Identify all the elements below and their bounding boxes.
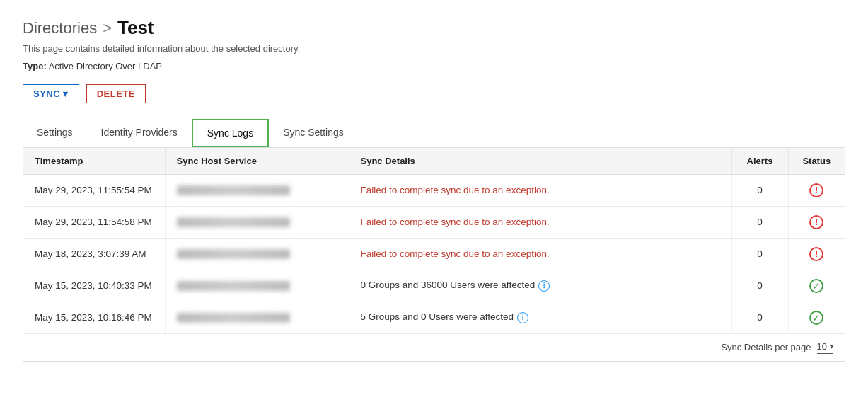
- tab-settings[interactable]: Settings: [23, 119, 87, 147]
- info-icon[interactable]: i: [538, 280, 550, 292]
- cell-timestamp: May 15, 2023, 10:16:46 PM: [23, 302, 165, 333]
- host-value-blurred: xxxxxxxxxxxxxxxxxxxxxxx: [177, 313, 290, 323]
- cell-detail: Failed to complete sync due to an except…: [349, 238, 731, 270]
- host-value-blurred: xxxxxxxxxxxxxxxxxxxxxxx: [177, 249, 290, 259]
- col-header-timestamp: Timestamp: [23, 148, 165, 175]
- cell-detail: Failed to complete sync due to an except…: [349, 174, 731, 206]
- cell-detail: 5 Groups and 0 Users were affectedi: [349, 302, 731, 333]
- table-row: May 29, 2023, 11:55:54 PMxxxxxxxxxxxxxxx…: [23, 174, 845, 206]
- cell-detail: Failed to complete sync due to an except…: [349, 206, 731, 238]
- cell-timestamp: May 18, 2023, 3:07:39 AM: [23, 238, 165, 270]
- table-row: May 15, 2023, 10:16:46 PMxxxxxxxxxxxxxxx…: [23, 302, 845, 333]
- cell-alerts: 0: [731, 174, 788, 206]
- cell-host: xxxxxxxxxxxxxxxxxxxxxxx: [165, 302, 349, 333]
- per-page-select[interactable]: 10 ▾: [817, 341, 833, 354]
- table-header-row: Timestamp Sync Host Service Sync Details…: [23, 148, 845, 175]
- tabs: Settings Identity Providers Sync Logs Sy…: [23, 119, 845, 147]
- page-type: Type: Active Directory Over LDAP: [23, 61, 845, 71]
- sync-label: SYNC: [33, 88, 60, 99]
- breadcrumb-separator: >: [103, 19, 112, 38]
- cell-alerts: 0: [731, 238, 788, 270]
- cell-status: !: [788, 238, 845, 270]
- table-footer: Sync Details per page 10 ▾: [23, 333, 845, 361]
- per-page-label: Sync Details per page: [721, 342, 811, 352]
- cell-alerts: 0: [731, 206, 788, 238]
- status-error-icon: !: [809, 247, 823, 261]
- status-error-icon: !: [809, 183, 823, 197]
- page-description: This page contains detailed information …: [23, 43, 845, 54]
- cell-status: !: [788, 174, 845, 206]
- cell-alerts: 0: [731, 270, 788, 302]
- col-header-alerts: Alerts: [731, 148, 788, 175]
- per-page-value: 10: [817, 341, 827, 352]
- cell-timestamp: May 29, 2023, 11:55:54 PM: [23, 174, 165, 206]
- detail-text: 5 Groups and 0 Users were affected: [361, 311, 514, 322]
- tab-sync-settings[interactable]: Sync Settings: [269, 119, 358, 147]
- cell-status: ✓: [788, 270, 845, 302]
- delete-button[interactable]: DELETE: [86, 84, 146, 103]
- chevron-down-icon: ▾: [830, 343, 833, 350]
- sync-logs-table: Timestamp Sync Host Service Sync Details…: [23, 147, 845, 362]
- table-row: May 15, 2023, 10:40:33 PMxxxxxxxxxxxxxxx…: [23, 270, 845, 302]
- breadcrumb-parent[interactable]: Directories: [23, 19, 97, 38]
- status-success-icon: ✓: [809, 311, 823, 325]
- col-header-host: Sync Host Service: [165, 148, 349, 175]
- col-header-status: Status: [788, 148, 845, 175]
- col-header-details: Sync Details: [349, 148, 731, 175]
- tab-sync-logs[interactable]: Sync Logs: [192, 119, 269, 147]
- status-error-icon: !: [809, 215, 823, 229]
- table-row: May 18, 2023, 3:07:39 AMxxxxxxxxxxxxxxxx…: [23, 238, 845, 270]
- status-success-icon: ✓: [809, 279, 823, 293]
- type-label: Type:: [23, 61, 47, 71]
- breadcrumb-current: Test: [117, 17, 154, 39]
- delete-label: DELETE: [97, 88, 135, 99]
- cell-host: xxxxxxxxxxxxxxxxxxxxxxx: [165, 238, 349, 270]
- cell-status: !: [788, 206, 845, 238]
- detail-text: Failed to complete sync due to an except…: [361, 248, 550, 259]
- breadcrumb: Directories > Test: [23, 17, 845, 39]
- cell-detail: 0 Groups and 36000 Users were affectedi: [349, 270, 731, 302]
- cell-host: xxxxxxxxxxxxxxxxxxxxxxx: [165, 174, 349, 206]
- tab-identity-providers[interactable]: Identity Providers: [87, 119, 192, 147]
- host-value-blurred: xxxxxxxxxxxxxxxxxxxxxxx: [177, 281, 290, 291]
- info-icon[interactable]: i: [517, 312, 528, 323]
- cell-timestamp: May 15, 2023, 10:40:33 PM: [23, 270, 165, 302]
- detail-text: 0 Groups and 36000 Users were affected: [361, 280, 536, 290]
- detail-text: Failed to complete sync due to an except…: [361, 217, 550, 227]
- cell-host: xxxxxxxxxxxxxxxxxxxxxxx: [165, 206, 349, 238]
- detail-text: Failed to complete sync due to an except…: [361, 185, 550, 195]
- sync-chevron-icon: ▾: [63, 88, 69, 99]
- cell-status: ✓: [788, 302, 845, 333]
- cell-host: xxxxxxxxxxxxxxxxxxxxxxx: [165, 270, 349, 302]
- cell-alerts: 0: [731, 302, 788, 333]
- type-value: Active Directory Over LDAP: [49, 61, 162, 71]
- table-row: May 29, 2023, 11:54:58 PMxxxxxxxxxxxxxxx…: [23, 206, 845, 238]
- cell-timestamp: May 29, 2023, 11:54:58 PM: [23, 206, 165, 238]
- action-buttons: SYNC ▾ DELETE: [23, 84, 845, 103]
- host-value-blurred: xxxxxxxxxxxxxxxxxxxxxxx: [177, 185, 290, 195]
- host-value-blurred: xxxxxxxxxxxxxxxxxxxxxxx: [177, 217, 290, 227]
- sync-button[interactable]: SYNC ▾: [23, 84, 79, 103]
